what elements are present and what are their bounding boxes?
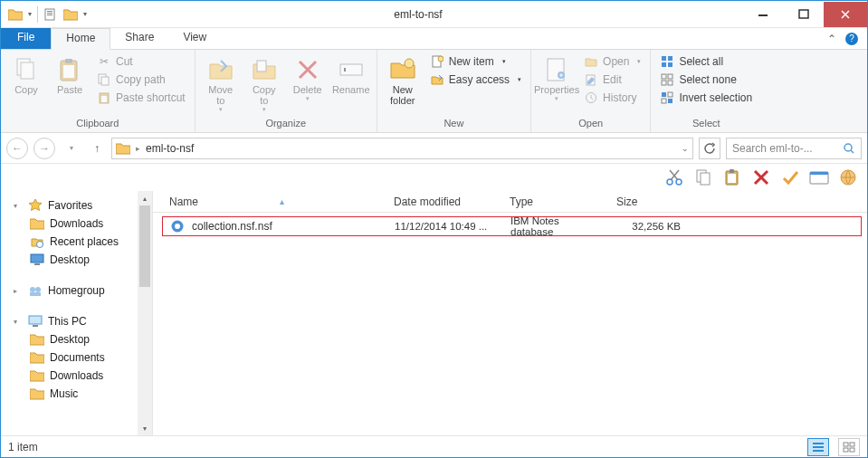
tool-delete-icon[interactable] [751,167,771,187]
move-to-icon [206,55,235,84]
nav-pc-downloads[interactable]: Downloads [1,367,152,385]
col-size[interactable]: Size [609,196,698,208]
nav-homegroup[interactable]: ▸Homegroup [1,281,152,300]
tab-share[interactable]: Share [110,28,168,49]
pc-icon [28,314,43,329]
paste-shortcut-button[interactable]: Paste shortcut [93,90,189,106]
svg-point-47 [37,242,43,248]
file-row[interactable]: collection.nsf.nsf 11/12/2014 10:49 ... … [162,216,862,236]
scissors-icon: ✂ [97,54,111,69]
search-input[interactable]: Search eml-to-... [726,138,862,159]
forward-button[interactable]: → [33,138,55,159]
svg-rect-62 [844,448,848,452]
history-dropdown[interactable]: ▾ [61,138,82,159]
svg-rect-52 [30,292,41,296]
svg-rect-60 [844,443,848,446]
tool-paste-icon[interactable] [722,167,742,187]
svg-rect-59 [813,450,824,452]
star-icon [28,198,43,213]
tool-cut-icon[interactable] [664,167,684,187]
svg-point-18 [405,59,414,68]
svg-rect-32 [668,81,672,85]
nav-downloads[interactable]: Downloads [1,215,152,233]
group-organize: Move to▾ Copy to▾ Delete▾ Rename Organiz… [196,50,377,132]
open-button[interactable]: Open▾ [580,53,644,70]
rename-button[interactable]: Rename [331,52,371,95]
copy-path-button[interactable]: Copy path [93,72,189,88]
delete-button[interactable]: Delete▾ [288,52,328,102]
nav-pc-music[interactable]: Music [1,385,152,403]
move-to-button[interactable]: Move to▾ [201,52,241,113]
nav-recent-places[interactable]: Recent places [1,233,152,251]
folder-icon [8,8,23,21]
edit-button[interactable]: Edit [580,72,644,88]
qat-customize-icon[interactable]: ▾ [83,10,87,18]
copy-button[interactable]: Copy [6,52,46,95]
tool-shell-icon[interactable] [838,167,858,187]
new-item-button[interactable]: New item▾ [426,53,525,70]
copy-path-icon [97,72,111,87]
address-dropdown-icon[interactable]: ⌄ [682,144,689,153]
select-none-button[interactable]: Select none [656,72,756,88]
new-folder-button[interactable]: New folder [383,52,423,106]
minimize-button[interactable] [742,2,783,27]
col-name[interactable]: Name▴ [162,196,386,208]
copy-to-button[interactable]: Copy to▾ [244,52,284,113]
qat-dropdown-icon[interactable]: ▾ [28,10,32,18]
nsf-file-icon [170,219,185,234]
svg-rect-30 [668,74,672,79]
search-placeholder: Search eml-to-... [732,142,837,155]
svg-rect-46 [810,172,828,175]
nav-pc-desktop[interactable]: Desktop [1,330,152,348]
svg-rect-7 [21,62,33,79]
svg-point-50 [30,287,35,292]
svg-rect-57 [813,443,824,444]
tool-copy-icon[interactable] [693,167,713,187]
refresh-button[interactable] [699,138,720,159]
tool-check-icon[interactable] [780,167,800,187]
tab-view[interactable]: View [168,28,221,49]
maximize-button[interactable] [783,2,824,27]
back-button[interactable]: ← [6,138,28,159]
breadcrumb-sep-icon[interactable]: ▸ [136,144,140,153]
svg-rect-58 [813,446,824,448]
paste-icon [55,55,84,84]
group-open: Properties▾ Open▾ Edit History Open [531,50,651,132]
help-icon[interactable]: ? [845,33,858,45]
tool-properties-icon[interactable] [809,167,829,187]
nav-desktop[interactable]: Desktop [1,251,152,269]
breadcrumb[interactable]: eml-to-nsf [146,142,194,155]
invert-selection-button[interactable]: Invert selection [656,90,756,106]
nav-favorites[interactable]: ▾Favorites [1,196,152,215]
file-type: IBM Notes database [503,215,610,237]
nav-this-pc[interactable]: ▾This PC [1,312,152,330]
nav-scrollbar[interactable]: ▴ ▾ [138,191,152,435]
ribbon: Copy Paste ✂Cut Copy path Paste shortcut… [1,50,867,133]
col-date[interactable]: Date modified [386,196,502,208]
svg-rect-28 [668,62,672,67]
address-bar[interactable]: ▸ eml-to-nsf ⌄ [111,138,693,159]
close-button[interactable] [824,2,867,27]
view-details-button[interactable] [807,438,829,456]
easy-access-button[interactable]: Easy access▾ [426,72,525,88]
history-button[interactable]: History [580,90,644,106]
paste-button[interactable]: Paste [50,52,90,95]
extra-toolbar [1,164,867,191]
svg-rect-12 [101,77,109,85]
properties-icon[interactable] [43,7,58,22]
tab-file[interactable]: File [1,28,51,49]
properties-button[interactable]: Properties▾ [537,52,577,102]
file-list-pane: Name▴ Date modified Type Size collection… [153,191,867,435]
address-row: ← → ▾ ↑ ▸ eml-to-nsf ⌄ Search eml-to-... [1,133,867,164]
up-button[interactable]: ↑ [88,142,106,155]
tab-home[interactable]: Home [51,28,110,50]
cut-button[interactable]: ✂Cut [93,53,189,70]
collapse-ribbon-icon[interactable]: ⌃ [827,33,836,45]
col-type[interactable]: Type [502,196,609,208]
titlebar: ▾ ▾ eml-to-nsf [1,1,867,28]
view-thumbnails-button[interactable] [838,438,860,456]
group-clipboard: Copy Paste ✂Cut Copy path Paste shortcut… [1,50,196,132]
new-folder-icon[interactable] [63,7,78,22]
nav-pc-documents[interactable]: Documents [1,348,152,367]
select-all-button[interactable]: Select all [656,53,756,70]
